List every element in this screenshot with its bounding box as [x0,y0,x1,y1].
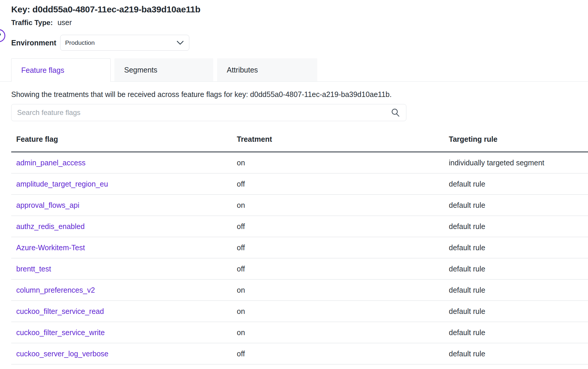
feature-flag-link[interactable]: Azure-Workitem-Test [16,243,85,252]
column-header-feature-flag: Feature flag [11,121,237,152]
table-row: brentt_test off default rule [11,258,588,279]
treatment-value: on [237,279,449,301]
table-row: cuckoo_server_log_verbose off default ru… [11,343,588,364]
tab-attributes-label: Attributes [227,66,258,74]
targeting-rule-value: default rule [449,237,588,258]
targeting-rule-value: default rule [449,279,588,301]
targeting-rule-value: default rule [449,216,588,237]
traffic-type-label: Traffic Type: [11,18,53,27]
search-icon [391,108,400,117]
targeting-rule-value: individually targeted segment [449,152,588,174]
tab-segments[interactable]: Segments [114,58,213,81]
feature-flag-cell: cuckoo_server_log_verbose [11,343,237,364]
feature-flag-link[interactable]: authz_redis_enabled [16,222,85,230]
treatment-value: off [237,258,449,279]
feature-flag-cell: cuckoo_filter_service_write [11,322,237,343]
column-header-treatment: Treatment [237,121,449,152]
search-input[interactable] [17,108,391,117]
feature-flag-cell: amplitude_target_region_eu [11,173,237,195]
targeting-rule-value: default rule [449,322,588,343]
feature-flag-link[interactable]: brentt_test [16,265,51,273]
targeting-rule-value: default rule [449,173,588,195]
targeting-rule-value: default rule [449,343,588,364]
environment-selected-value: Production [65,39,95,46]
treatment-value: on [237,301,449,322]
partial-avatar-icon[interactable]: ? [0,29,5,42]
feature-flag-cell: approval_flows_api [11,195,237,216]
column-header-targeting-rule: Targeting rule [449,121,588,152]
feature-flag-link[interactable]: amplitude_target_region_eu [16,180,108,188]
table-row: cuckoo_filter_service_read on default ru… [11,301,588,322]
tab-feature-flags[interactable]: Feature flags [11,58,111,82]
feature-flag-link[interactable]: column_preferences_v2 [16,286,95,294]
feature-flag-link[interactable]: cuckoo_filter_service_write [16,328,105,337]
environment-label: Environment [11,39,56,47]
tab-segments-label: Segments [124,66,157,74]
tab-bar: Feature flags Segments Attributes [0,58,588,82]
tab-attributes[interactable]: Attributes [217,58,317,81]
targeting-rule-value: default rule [449,195,588,216]
traffic-type-row: Traffic Type: user [11,18,588,27]
table-row: approval_flows_api on default rule [11,195,588,216]
table-row: cuckoo_filter_service_write on default r… [11,322,588,343]
chevron-down-icon [177,41,184,45]
feature-flags-table: Feature flag Treatment Targeting rule ad… [11,121,588,365]
feature-flag-link[interactable]: approval_flows_api [16,201,79,209]
page-title: Key: d0dd55a0-4807-11ec-a219-ba39d10ae11… [11,4,588,15]
treatment-value: on [237,152,449,174]
treatment-value: off [237,343,449,364]
feature-flag-link[interactable]: admin_panel_access [16,159,86,167]
targeting-rule-value: default rule [449,258,588,279]
table-row: authz_redis_enabled off default rule [11,216,588,237]
search-box [11,104,406,121]
targeting-rule-value: default rule [449,301,588,322]
treatment-value: on [237,322,449,343]
table-row: admin_panel_access on individually targe… [11,152,588,174]
treatments-description: Showing the treatments that will be rece… [11,90,588,99]
tab-feature-flags-label: Feature flags [21,66,64,75]
treatment-value: off [237,216,449,237]
feature-flag-link[interactable]: cuckoo_server_log_verbose [16,350,109,358]
table-row: amplitude_target_region_eu off default r… [11,173,588,195]
feature-flag-cell: authz_redis_enabled [11,216,237,237]
feature-flag-cell: cuckoo_filter_service_read [11,301,237,322]
traffic-type-value: user [58,18,72,27]
feature-flag-cell: brentt_test [11,258,237,279]
table-row: column_preferences_v2 on default rule [11,279,588,301]
treatment-value: on [237,195,449,216]
feature-flag-link[interactable]: cuckoo_filter_service_read [16,307,104,315]
feature-flag-cell: Azure-Workitem-Test [11,237,237,258]
environment-select[interactable]: Production [60,35,189,51]
treatment-value: off [237,173,449,195]
treatment-value: off [237,237,449,258]
feature-flag-cell: admin_panel_access [11,152,237,174]
table-row: Azure-Workitem-Test off default rule [11,237,588,258]
feature-flag-cell: column_preferences_v2 [11,279,237,301]
table-header-row: Feature flag Treatment Targeting rule [11,121,588,152]
environment-row: Environment Production [11,35,588,51]
